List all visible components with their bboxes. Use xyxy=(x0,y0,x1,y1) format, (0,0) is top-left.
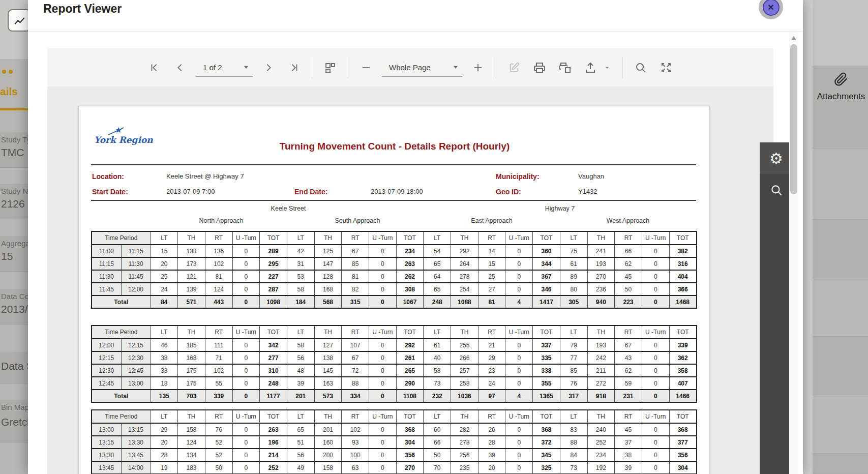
table-cell: 71 xyxy=(205,351,232,364)
table-header-cell: TOT xyxy=(396,410,424,423)
table-header-cell: RT xyxy=(478,231,505,245)
backdrop-gap xyxy=(803,0,813,474)
table-cell: 0 xyxy=(642,364,669,377)
table-header-cell: TOT xyxy=(396,325,424,339)
first-page-button[interactable] xyxy=(144,57,165,78)
export-button[interactable] xyxy=(580,57,601,78)
table-row: 12:3012:45331751020310481457202655825723… xyxy=(92,364,697,377)
table-header-cell: TOT xyxy=(669,231,697,245)
scrollbar-thumb[interactable] xyxy=(790,44,797,194)
table-cell: 37 xyxy=(615,436,642,449)
gear-icon: ⚙ xyxy=(769,150,783,167)
last-page-button[interactable] xyxy=(284,57,304,78)
table-cell: 138 xyxy=(314,351,342,364)
table-cell: 54 xyxy=(424,245,451,257)
table-cell: 0 xyxy=(232,449,260,461)
table-cell: 571 xyxy=(178,295,205,308)
table-cell: 31 xyxy=(287,257,314,270)
table-cell: 0 xyxy=(505,270,533,283)
background-row xyxy=(813,149,868,220)
table-header-cell: U -Turn xyxy=(642,231,669,245)
location-value: Keele Street @ Highway 7 xyxy=(166,172,244,180)
table-header-cell: U -Turn xyxy=(232,231,260,245)
table-header-cell: TH xyxy=(178,325,205,339)
sidebar-search-button[interactable] xyxy=(760,174,793,206)
table-cell: 0 xyxy=(642,390,669,402)
table-header-cell: U -Turn xyxy=(642,410,669,423)
table-cell: 1417 xyxy=(533,295,560,308)
table-cell: 342 xyxy=(260,339,287,351)
previous-page-button[interactable] xyxy=(170,57,190,78)
table-cell: 236 xyxy=(587,283,615,295)
scroll-up-arrow-icon[interactable] xyxy=(791,36,796,40)
table-cell: 200 xyxy=(314,449,342,461)
print-button[interactable] xyxy=(529,57,550,78)
table-cell: 196 xyxy=(260,436,287,449)
table-cell: 13:45 xyxy=(92,461,121,474)
table-cell: 67 xyxy=(615,339,642,351)
table-cell: 242 xyxy=(587,351,615,364)
zoom-level-select[interactable]: Whole Page xyxy=(382,58,462,77)
zoom-out-button[interactable] xyxy=(356,57,376,78)
table-cell: 0 xyxy=(369,390,397,402)
turning-movement-table: Time PeriodLTTHRTU -TurnTOTLTTHRTU -Turn… xyxy=(91,409,697,474)
table-header-cell: RT xyxy=(205,231,232,245)
table-cell: 59 xyxy=(615,377,642,390)
close-icon[interactable]: ✕ xyxy=(763,0,780,16)
start-date-value: 2013-07-09 7:00 xyxy=(166,188,215,195)
table-cell: 258 xyxy=(451,377,478,390)
table-header-cell: Time Period xyxy=(92,231,151,245)
modal-title: Report Viewer xyxy=(43,2,122,16)
table-cell: 0 xyxy=(369,377,397,390)
table-header-cell: TOT xyxy=(669,325,697,339)
fullscreen-button[interactable] xyxy=(656,57,676,78)
toolbar-separator xyxy=(312,57,312,78)
table-cell: 93 xyxy=(342,436,369,449)
table-cell: 0 xyxy=(505,339,533,351)
table-cell: 360 xyxy=(533,245,560,257)
table-cell: 50 xyxy=(615,283,642,295)
table-cell: 346 xyxy=(533,283,560,295)
table-header-cell: TH xyxy=(451,325,478,339)
print-all-pages-button[interactable] xyxy=(555,57,575,78)
table-cell: 85 xyxy=(342,257,369,270)
table-cell: 0 xyxy=(369,436,397,449)
table-cell: 12:15 xyxy=(92,351,121,364)
table-cell: 254 xyxy=(451,283,478,295)
page-layout-button[interactable] xyxy=(320,57,340,78)
table-cell: 63 xyxy=(342,461,369,474)
table-header-cell: LT xyxy=(151,410,178,423)
approach-label-east: East Approach xyxy=(471,217,512,224)
table-cell: 0 xyxy=(505,449,533,461)
table-cell: 0 xyxy=(642,351,669,364)
table-cell: 407 xyxy=(669,377,697,390)
table-header-cell: TH xyxy=(314,231,342,245)
table-cell: 20 xyxy=(478,461,505,474)
page-number-select[interactable]: 1 of 2 xyxy=(196,58,253,77)
export-options-dropdown[interactable] xyxy=(604,65,610,71)
next-page-button[interactable] xyxy=(258,57,279,78)
table-header-cell: U -Turn xyxy=(505,410,533,423)
end-date-value: 2013-07-09 18:00 xyxy=(371,188,423,195)
table-cell: 0 xyxy=(505,351,533,364)
search-button[interactable] xyxy=(631,57,651,78)
table-cell: 292 xyxy=(396,339,424,351)
settings-button[interactable]: ⚙ xyxy=(760,142,793,174)
table-header-cell: LT xyxy=(287,325,314,339)
table-cell: 15 xyxy=(151,245,178,257)
table-cell: 33 xyxy=(151,364,178,377)
page-number-value: 1 of 2 xyxy=(203,63,222,72)
details-tab-label: ails xyxy=(0,85,18,98)
table-header-row: Time PeriodLTTHRTU -TurnTOTLTTHRTU -Turn… xyxy=(92,325,697,339)
table-cell: 366 xyxy=(669,283,697,295)
table-cell: 66 xyxy=(424,436,451,449)
table-header-cell: TH xyxy=(178,231,205,245)
table-cell: 262 xyxy=(396,270,424,283)
zoom-in-button[interactable] xyxy=(468,57,488,78)
table-cell: 28 xyxy=(478,436,505,449)
table-cell: 147 xyxy=(314,257,342,270)
table-cell: 158 xyxy=(178,423,205,436)
modal-scrollbar[interactable] xyxy=(789,32,798,474)
table-cell: 12:00 xyxy=(121,283,151,295)
table-cell: 20 xyxy=(151,257,178,270)
